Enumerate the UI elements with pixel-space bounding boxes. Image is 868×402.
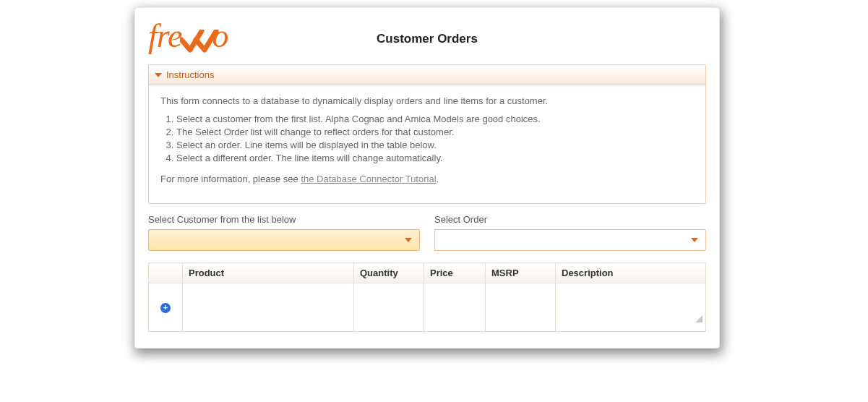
tutorial-link[interactable]: the Database Connector Tutorial	[301, 174, 436, 184]
table-header-row: Product Quantity Price MSRP Description	[149, 263, 706, 283]
instructions-footer: For more information, please see the Dat…	[160, 174, 694, 184]
resize-handle-icon[interactable]	[695, 315, 702, 322]
order-label: Select Order	[434, 214, 706, 225]
instructions-panel: Instructions This form connects to a dat…	[148, 64, 706, 204]
brand-logo: fre o	[148, 21, 244, 57]
cell-quantity[interactable]	[354, 283, 424, 332]
selectors-row: Select Customer from the list below Sele…	[148, 214, 706, 251]
table-header-description: Description	[556, 263, 706, 283]
line-items-table: Product Quantity Price MSRP Description …	[148, 262, 706, 332]
page-title: Customer Orders	[244, 32, 611, 46]
table-header-handle	[149, 263, 183, 283]
instructions-list: Select a customer from the first list. A…	[176, 114, 694, 163]
instructions-label: Instructions	[166, 69, 214, 80]
table-header-msrp: MSRP	[486, 263, 556, 283]
instructions-toggle[interactable]: Instructions	[149, 65, 705, 85]
row-handle-cell: +	[149, 283, 183, 332]
customer-field: Select Customer from the list below	[148, 214, 420, 251]
instructions-step: Select a different order. The line items…	[176, 153, 694, 163]
cell-description[interactable]	[556, 283, 706, 332]
brand-logo-check-icon	[180, 30, 223, 54]
customer-label: Select Customer from the list below	[148, 214, 420, 225]
chevron-down-icon	[155, 73, 162, 77]
cell-product[interactable]	[183, 283, 354, 332]
table-header-price: Price	[424, 263, 486, 283]
instructions-body: This form connects to a database to dyna…	[149, 85, 705, 203]
header: fre o Customer Orders	[148, 21, 706, 57]
order-field: Select Order	[434, 214, 706, 251]
table-header-product: Product	[183, 263, 354, 283]
add-row-button[interactable]: +	[160, 303, 171, 313]
instructions-step: Select an order. Line items will be disp…	[176, 140, 694, 150]
cell-price[interactable]	[424, 283, 486, 332]
instructions-intro: This form connects to a database to dyna…	[160, 95, 694, 106]
table-header-quantity: Quantity	[354, 263, 424, 283]
chevron-down-icon	[405, 238, 412, 242]
instructions-step: Select a customer from the first list. A…	[176, 114, 694, 124]
order-select[interactable]	[434, 229, 706, 251]
table-row: +	[149, 283, 706, 332]
form-card: fre o Customer Orders Instructions This …	[134, 7, 720, 348]
cell-msrp[interactable]	[486, 283, 556, 332]
instructions-step: The Select Order list will change to ref…	[176, 127, 694, 137]
customer-select[interactable]	[148, 229, 420, 251]
chevron-down-icon	[691, 238, 698, 242]
